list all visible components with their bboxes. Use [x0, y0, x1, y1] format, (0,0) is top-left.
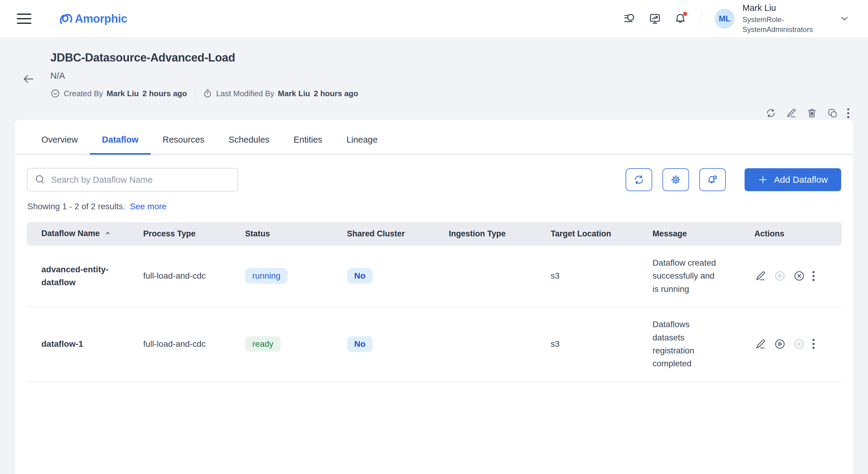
message: Dataflows datasets registration complete… — [652, 318, 718, 370]
table-row[interactable]: advanced-entity-dataflow full-load-and-c… — [27, 245, 842, 307]
settings-button[interactable] — [662, 168, 689, 191]
col-actions: Actions — [740, 222, 842, 245]
chevron-down-icon[interactable] — [839, 13, 850, 24]
row-edit-button[interactable] — [754, 338, 767, 350]
dataflow-name[interactable]: advanced-entity-dataflow — [41, 263, 112, 289]
user-role: SystemRole-SystemAdministrators — [742, 15, 824, 34]
col-target-location[interactable]: Target Location — [536, 222, 638, 245]
refresh-icon — [633, 174, 645, 185]
created-by-time: 2 hours ago — [143, 89, 187, 98]
notification-settings-icon — [707, 174, 718, 185]
tab-lineage[interactable]: Lineage — [334, 124, 390, 154]
search-input[interactable] — [51, 175, 230, 185]
col-process-type[interactable]: Process Type — [129, 222, 231, 245]
page-subtitle: N/A — [51, 71, 848, 81]
shared-cluster-badge: No — [347, 336, 373, 352]
dataflow-table: Dataflow Name Process Type Status Shared… — [27, 222, 842, 382]
avatar[interactable]: ML — [715, 9, 735, 29]
refresh-icon[interactable] — [765, 107, 777, 119]
process-type: full-load-and-cdc — [129, 245, 231, 307]
page-title: JDBC-Datasource-Advanced-Load — [51, 51, 848, 64]
tab-overview[interactable]: Overview — [29, 124, 90, 154]
col-message[interactable]: Message — [638, 222, 740, 245]
col-shared-cluster[interactable]: Shared Cluster — [333, 222, 435, 245]
notifications-icon[interactable] — [674, 12, 687, 25]
ingestion-type — [434, 307, 536, 381]
created-by-label: Created By — [64, 89, 103, 98]
meta-row: Created By Mark Liu 2 hours ago Last Mod… — [51, 89, 848, 98]
sort-asc-icon[interactable] — [104, 230, 112, 239]
dataflow-name[interactable]: dataflow-1 — [41, 337, 112, 350]
results-text: Showing 1 - 2 of 2 results. — [28, 202, 125, 211]
tab-entities[interactable]: Entities — [282, 124, 334, 154]
ingestion-type — [434, 245, 536, 307]
user-name: Mark Liu — [742, 3, 824, 13]
status-badge: running — [245, 268, 288, 284]
add-dataflow-button[interactable]: Add Dataflow — [745, 168, 841, 191]
unread-dot — [683, 12, 687, 16]
copy-icon[interactable] — [827, 107, 838, 119]
more-icon[interactable] — [847, 108, 849, 118]
results-line: Showing 1 - 2 of 2 results. See more — [28, 202, 841, 211]
search-icon — [35, 174, 45, 185]
detail-card: Overview Dataflow Resources Schedules En… — [14, 120, 854, 474]
tab-dataflow[interactable]: Dataflow — [90, 124, 151, 154]
row-stop-button — [793, 338, 805, 350]
table-row[interactable]: dataflow-1 full-load-and-cdc ready No s3… — [27, 307, 842, 381]
stopwatch-icon — [203, 89, 213, 98]
row-stop-button[interactable] — [793, 270, 805, 282]
tab-resources[interactable]: Resources — [151, 124, 217, 154]
tab-bar: Overview Dataflow Resources Schedules En… — [15, 124, 853, 155]
amorphic-logo-mark — [58, 12, 74, 26]
row-run-button[interactable] — [774, 338, 786, 350]
settings-icon — [670, 174, 681, 185]
back-arrow-icon[interactable] — [22, 72, 35, 86]
modified-by-name: Mark Liu — [278, 89, 310, 98]
refresh-button[interactable] — [626, 168, 652, 191]
analytics-icon[interactable] — [649, 12, 661, 25]
top-bar: Amorphic ML Mark Liu — [0, 0, 868, 37]
created-by-name: Mark Liu — [106, 89, 139, 98]
tab-schedules[interactable]: Schedules — [216, 124, 281, 154]
table-header-row: Dataflow Name Process Type Status Shared… — [27, 222, 842, 245]
row-more-button[interactable] — [812, 339, 814, 349]
shared-cluster-badge: No — [347, 268, 373, 284]
col-status[interactable]: Status — [230, 222, 333, 245]
user-block: Mark Liu SystemRole-SystemAdministrators — [742, 3, 824, 34]
process-type: full-load-and-cdc — [129, 307, 231, 381]
menu-icon[interactable] — [17, 13, 31, 24]
modified-by: Last Modified By Mark Liu 2 hours ago — [203, 89, 358, 98]
status-badge: ready — [245, 336, 281, 352]
search-box — [27, 168, 238, 192]
meta-divider — [195, 89, 195, 98]
plus-icon — [758, 175, 768, 185]
row-more-button[interactable] — [812, 271, 814, 281]
col-dataflow-name[interactable]: Dataflow Name — [27, 222, 129, 245]
toolbar: Add Dataflow — [27, 168, 841, 192]
modified-by-label: Last Modified By — [216, 89, 274, 98]
header-divider — [701, 10, 702, 27]
search-icon[interactable] — [623, 12, 636, 25]
created-by: Created By Mark Liu 2 hours ago — [51, 89, 187, 98]
col-ingestion-type[interactable]: Ingestion Type — [434, 222, 536, 245]
add-dataflow-label: Add Dataflow — [774, 175, 828, 185]
row-run-button — [774, 270, 786, 282]
edit-icon[interactable] — [785, 107, 797, 119]
target-location: s3 — [536, 245, 638, 307]
logo-text: Amorphic — [75, 12, 127, 25]
notification-settings-button[interactable] — [699, 168, 726, 191]
page-head: JDBC-Datasource-Advanced-Load N/A Create… — [0, 37, 868, 98]
row-edit-button[interactable] — [754, 270, 767, 282]
target-location: s3 — [536, 307, 638, 381]
page-actions — [765, 107, 849, 119]
delete-icon[interactable] — [806, 107, 817, 119]
message: Dataflow created successfully and is run… — [652, 256, 718, 296]
modified-by-time: 2 hours ago — [314, 89, 358, 98]
clock-icon — [51, 89, 60, 98]
see-more-link[interactable]: See more — [130, 202, 166, 211]
amorphic-logo[interactable]: Amorphic — [58, 12, 127, 26]
